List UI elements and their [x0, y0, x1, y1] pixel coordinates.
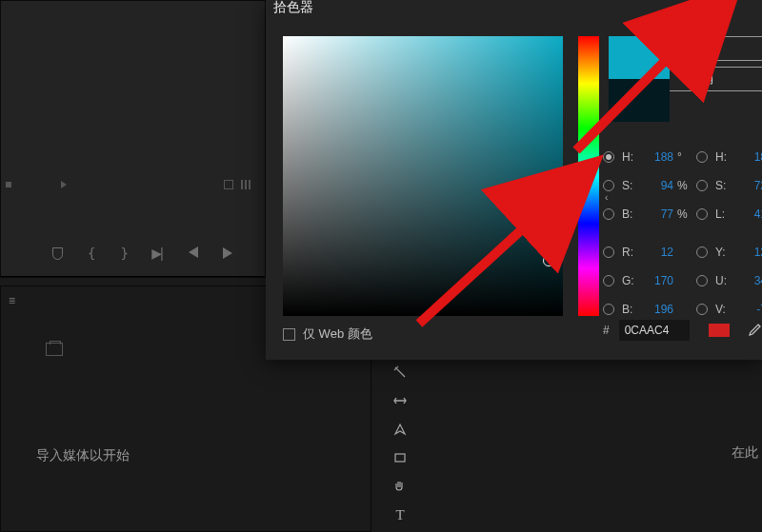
- hsb-rgb-column: H: 188 ° S: 94 % B: 77 % R: 12 G: 170: [603, 143, 691, 324]
- u-value[interactable]: 34: [734, 274, 762, 287]
- g-radio[interactable]: [603, 275, 614, 286]
- g-value[interactable]: 170: [641, 274, 673, 287]
- import-hint: 导入媒体以开始: [36, 447, 130, 464]
- new-color-swatch: [609, 36, 670, 79]
- collapse-icon[interactable]: [61, 181, 67, 188]
- b-unit: %: [677, 207, 691, 221]
- rect-tool-icon[interactable]: [391, 449, 410, 466]
- b-label: B:: [622, 207, 637, 221]
- hsl-yuv-column: H: 18 S: 72 L: 41 Y: 12 U: 34 V: -7: [696, 143, 762, 324]
- sv-cursor-b[interactable]: [543, 255, 554, 266]
- b-value[interactable]: 77: [641, 207, 673, 221]
- timeline-hint: 在此: [732, 444, 758, 462]
- eyedropper-icon[interactable]: [747, 323, 762, 338]
- view-mode-icon[interactable]: [224, 180, 233, 189]
- hex-row: #: [603, 320, 762, 341]
- type-tool-icon[interactable]: T: [391, 506, 410, 523]
- tools-toolbar: T: [386, 364, 414, 523]
- source-monitor-panel: [0, 0, 266, 278]
- razor-tool-icon[interactable]: [391, 364, 410, 381]
- r-label: R:: [622, 246, 637, 259]
- hand-tool-icon[interactable]: [391, 478, 410, 495]
- v-radio[interactable]: [696, 304, 708, 315]
- h-radio[interactable]: [603, 151, 614, 163]
- h-label: H:: [622, 150, 637, 164]
- settings-bars-icon[interactable]: [241, 180, 252, 189]
- hsl-s-label: S:: [715, 179, 731, 192]
- out-point-icon[interactable]: }: [120, 246, 128, 261]
- slip-tool-icon[interactable]: [391, 392, 410, 409]
- r-value[interactable]: 12: [641, 246, 673, 259]
- h-unit: °: [677, 150, 691, 164]
- panel-menu-icon[interactable]: [6, 182, 11, 187]
- hsl-h-label: H:: [715, 150, 731, 164]
- project-tabs[interactable]: ≡: [9, 294, 28, 307]
- web-only-row: 仅 Web 颜色: [283, 325, 372, 343]
- hex-input[interactable]: [619, 320, 690, 341]
- hue-caret-left-icon: ›: [569, 192, 572, 203]
- ok-button-label: 确定: [689, 40, 713, 57]
- hsl-l-label: L:: [715, 207, 731, 221]
- saturation-value-field[interactable]: [283, 36, 563, 316]
- u-radio[interactable]: [696, 275, 708, 286]
- marker-icon[interactable]: [52, 247, 63, 260]
- rgb-b-label: B:: [622, 303, 637, 316]
- r-radio[interactable]: [603, 246, 614, 258]
- s-value[interactable]: 94: [641, 179, 673, 192]
- s-label: S:: [622, 179, 637, 192]
- hsl-l-value[interactable]: 41: [734, 207, 762, 221]
- web-only-label: 仅 Web 颜色: [303, 325, 372, 343]
- transport-controls: { } |◀: [52, 246, 232, 261]
- cancel-button-label: 取消: [689, 70, 713, 88]
- hsl-s-value[interactable]: 72: [734, 179, 762, 192]
- y-value[interactable]: 12: [734, 246, 762, 259]
- u-label: U:: [715, 274, 731, 287]
- panel-header-row: [0, 173, 266, 196]
- b-radio[interactable]: [603, 208, 614, 220]
- hsl-s-radio[interactable]: [696, 180, 708, 191]
- hue-slider[interactable]: [578, 36, 599, 316]
- y-radio[interactable]: [696, 246, 708, 258]
- v-value[interactable]: -7: [734, 303, 762, 316]
- in-point-icon[interactable]: {: [88, 246, 95, 261]
- color-picker-dialog: 拾色器 确定 取消 › ‹ H: 188 ° S: 94 % B: 77 %: [266, 0, 762, 360]
- dialog-title: 拾色器: [273, 0, 313, 16]
- pen-tool-icon[interactable]: [391, 421, 410, 438]
- bin-icon[interactable]: [46, 343, 63, 356]
- play-icon[interactable]: [223, 247, 232, 259]
- hsl-h-radio[interactable]: [696, 151, 708, 163]
- hsl-h-value[interactable]: 18: [734, 150, 762, 164]
- s-unit: %: [677, 179, 691, 192]
- prev-frame-icon[interactable]: [189, 246, 198, 261]
- hex-hash: #: [603, 324, 610, 337]
- gamut-warning-swatch[interactable]: [709, 324, 730, 337]
- rgb-b-value[interactable]: 196: [641, 303, 673, 316]
- svg-rect-0: [395, 454, 405, 462]
- step-back-icon[interactable]: |◀: [153, 246, 164, 261]
- rgb-b-radio[interactable]: [603, 304, 614, 315]
- v-label: V:: [715, 303, 731, 316]
- g-label: G:: [622, 274, 637, 287]
- web-only-checkbox[interactable]: [283, 328, 295, 341]
- h-value[interactable]: 188: [641, 150, 673, 164]
- y-label: Y:: [715, 246, 731, 259]
- sv-cursor-a[interactable]: [540, 210, 551, 222]
- old-color-swatch[interactable]: [609, 79, 670, 122]
- hsl-l-radio[interactable]: [696, 208, 708, 220]
- s-radio[interactable]: [603, 180, 614, 191]
